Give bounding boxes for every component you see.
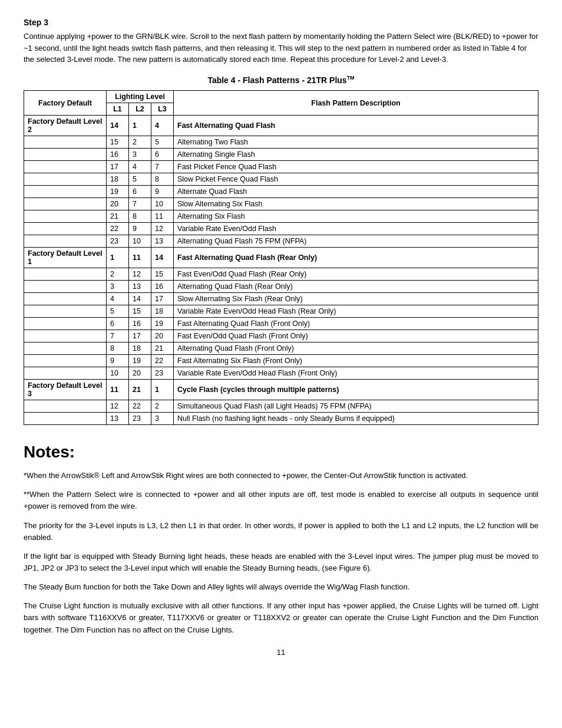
table-title-text: Table 4 - Flash Patterns - 21TR Plus	[207, 75, 346, 84]
table-cell-l3: 7	[151, 161, 174, 173]
note-item-1: **When the Pattern Select wire is connec…	[24, 489, 538, 512]
table-cell-factory	[24, 281, 107, 293]
table-cell-factory: Factory Default Level 2	[24, 116, 107, 136]
table-cell-desc: Slow Alternating Six Flash (Rear Only)	[174, 293, 538, 305]
header-l2: L2	[129, 103, 151, 116]
header-l1: L1	[107, 103, 129, 116]
table-cell-l3: 12	[151, 223, 174, 235]
table-cell-desc: Fast Alternating Quad Flash (Rear Only)	[174, 248, 538, 268]
table-cell-factory	[24, 400, 107, 413]
table-cell-desc: Alternating Single Flash	[174, 149, 538, 161]
notes-section: Notes: *When the ArrowStik® Left and Arr…	[24, 443, 538, 636]
table-cell-l3: 8	[151, 173, 174, 186]
header-factory-default: Factory Default	[24, 91, 107, 116]
table-cell-l1: 7	[107, 330, 129, 342]
table-cell-l3: 17	[151, 293, 174, 305]
table-cell-l3: 9	[151, 186, 174, 198]
table-cell-l1: 23	[107, 235, 129, 248]
table-cell-factory	[24, 235, 107, 248]
table-cell-factory	[24, 223, 107, 235]
table-cell-factory	[24, 355, 107, 367]
table-cell-desc: Fast Picket Fence Quad Flash	[174, 161, 538, 173]
table-cell-l3: 5	[151, 136, 174, 149]
note-item-5: The Cruise Light function is mutually ex…	[24, 600, 538, 635]
table-cell-l2: 17	[129, 330, 151, 342]
table-cell-desc: Variable Rate Even/Odd Head Flash (Rear …	[174, 305, 538, 318]
table-cell-l2: 23	[129, 413, 151, 425]
table-cell-l2: 7	[129, 198, 151, 210]
table-cell-l1: 20	[107, 198, 129, 210]
table-cell-desc: Alternating Quad Flash 75 FPM (NFPA)	[174, 235, 538, 248]
table-cell-l2: 19	[129, 355, 151, 367]
table-cell-l1: 17	[107, 161, 129, 173]
table-cell-desc: Fast Even/Odd Quad Flash (Front Only)	[174, 330, 538, 342]
table-cell-l1: 1	[107, 248, 129, 268]
table-cell-l3: 6	[151, 149, 174, 161]
table-cell-l2: 21	[129, 380, 151, 400]
table-cell-l2: 6	[129, 186, 151, 198]
header-lighting-level: Lighting Level	[107, 91, 174, 103]
table-cell-l1: 22	[107, 223, 129, 235]
table-cell-l2: 16	[129, 318, 151, 330]
table-cell-l1: 2	[107, 268, 129, 281]
table-cell-l1: 9	[107, 355, 129, 367]
flash-patterns-table: Factory Default Lighting Level Flash Pat…	[24, 90, 538, 425]
table-cell-l1: 4	[107, 293, 129, 305]
table-cell-l2: 11	[129, 248, 151, 268]
table-cell-l3: 23	[151, 367, 174, 380]
table-cell-desc: Variable Rate Even/Odd Head Flash (Front…	[174, 367, 538, 380]
table-cell-factory	[24, 413, 107, 425]
table-cell-desc: Alternating Two Flash	[174, 136, 538, 149]
table-cell-desc: Fast Alternating Quad Flash	[174, 116, 538, 136]
table-cell-factory	[24, 330, 107, 342]
table-cell-factory	[24, 173, 107, 186]
table-cell-l3: 3	[151, 413, 174, 425]
table-cell-l1: 16	[107, 149, 129, 161]
table-cell-l2: 2	[129, 136, 151, 149]
table-title: Table 4 - Flash Patterns - 21TR PlusTM	[24, 75, 538, 85]
table-cell-desc: Slow Picket Fence Quad Flash	[174, 173, 538, 186]
note-item-2: The priority for the 3-Level inputs is L…	[24, 520, 538, 543]
table-cell-l2: 5	[129, 173, 151, 186]
table-cell-l3: 20	[151, 330, 174, 342]
table-cell-l2: 15	[129, 305, 151, 318]
notes-heading: Notes:	[24, 443, 538, 462]
table-cell-desc: Variable Rate Even/Odd Flash	[174, 223, 538, 235]
table-cell-l1: 12	[107, 400, 129, 413]
table-cell-factory	[24, 305, 107, 318]
table-cell-l2: 22	[129, 400, 151, 413]
table-cell-l2: 20	[129, 367, 151, 380]
table-cell-l2: 9	[129, 223, 151, 235]
table-cell-l1: 18	[107, 173, 129, 186]
table-cell-l3: 13	[151, 235, 174, 248]
table-cell-desc: Alternating Quad Flash (Rear Only)	[174, 281, 538, 293]
table-cell-l1: 8	[107, 342, 129, 355]
table-cell-factory	[24, 367, 107, 380]
table-cell-l2: 4	[129, 161, 151, 173]
table-cell-factory: Factory Default Level 1	[24, 248, 107, 268]
table-cell-l1: 13	[107, 413, 129, 425]
table-cell-l1: 10	[107, 367, 129, 380]
table-cell-l2: 13	[129, 281, 151, 293]
table-cell-l3: 16	[151, 281, 174, 293]
table-cell-l3: 22	[151, 355, 174, 367]
table-cell-l1: 15	[107, 136, 129, 149]
note-item-4: The Steady Burn function for both the Ta…	[24, 581, 538, 593]
table-cell-factory	[24, 210, 107, 223]
table-cell-l1: 14	[107, 116, 129, 136]
table-cell-l1: 19	[107, 186, 129, 198]
table-cell-l2: 10	[129, 235, 151, 248]
page-number: 11	[24, 648, 538, 657]
table-cell-l3: 14	[151, 248, 174, 268]
table-cell-l3: 1	[151, 380, 174, 400]
table-cell-l2: 3	[129, 149, 151, 161]
table-cell-factory	[24, 342, 107, 355]
table-cell-factory: Factory Default Level 3	[24, 380, 107, 400]
step-heading: Step 3	[24, 18, 538, 27]
table-cell-factory	[24, 161, 107, 173]
table-cell-factory	[24, 149, 107, 161]
header-flash-pattern: Flash Pattern Description	[174, 91, 538, 116]
table-cell-desc: Alternating Quad Flash (Front Only)	[174, 342, 538, 355]
table-cell-desc: Simultaneous Quad Flash (all Light Heads…	[174, 400, 538, 413]
table-cell-l3: 15	[151, 268, 174, 281]
